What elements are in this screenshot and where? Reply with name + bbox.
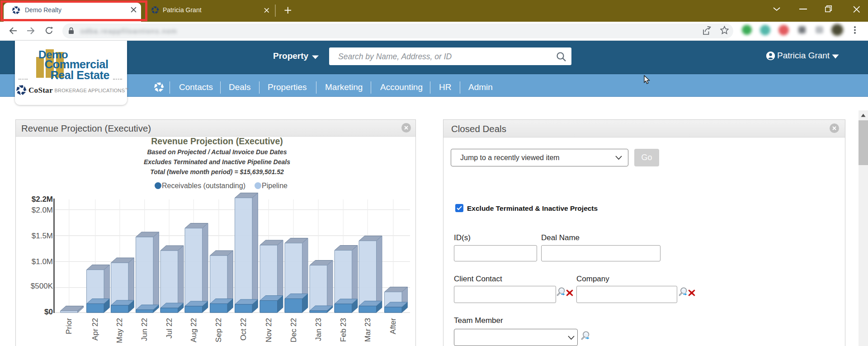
svg-text:$1.5M: $1.5M [32,232,53,240]
svg-text:May 22: May 22 [115,318,124,343]
svg-text:Dec 22: Dec 22 [289,318,298,342]
svg-text:Prior: Prior [65,318,73,334]
svg-text:Aug 22: Aug 22 [189,318,198,342]
svg-text:$1.0M: $1.0M [32,257,53,266]
svg-text:Jul 22: Jul 22 [165,318,174,338]
svg-text:Oct 22: Oct 22 [239,318,248,341]
svg-text:Apr 22: Apr 22 [91,318,99,341]
svg-text:$500K: $500K [31,282,53,290]
svg-text:$2.0M: $2.0M [32,206,53,214]
svg-text:Jun 22: Jun 22 [140,318,149,341]
svg-text:Nov 22: Nov 22 [264,318,273,342]
svg-text:Sep 22: Sep 22 [214,318,223,342]
svg-text:$2.2M: $2.2M [32,195,53,204]
svg-text:$0: $0 [44,308,53,316]
svg-text:After: After [389,318,397,334]
svg-text:Feb 23: Feb 23 [339,318,348,342]
svg-text:Mar 23: Mar 23 [363,318,372,342]
svg-text:Jan 23: Jan 23 [314,318,323,341]
